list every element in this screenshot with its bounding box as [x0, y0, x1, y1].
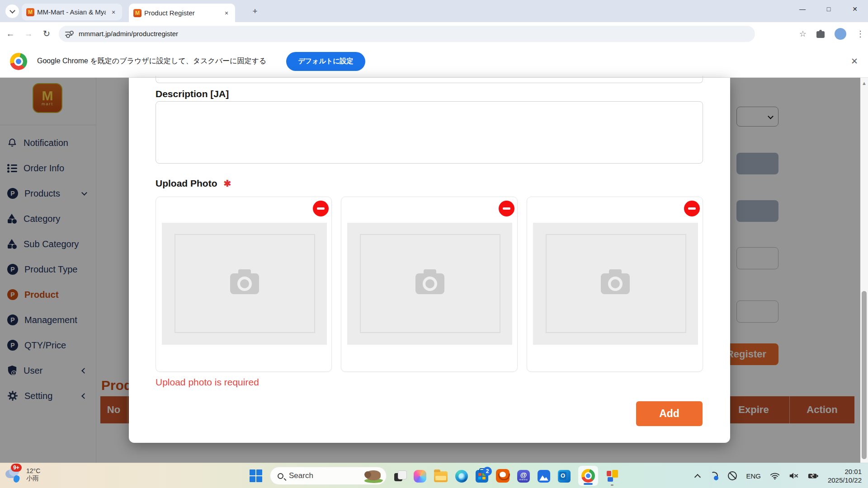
page-scrollbar[interactable]: ▲	[860, 78, 868, 463]
chevron-down-icon	[9, 8, 15, 14]
photo-upload-slot-3[interactable]	[527, 197, 703, 372]
site-settings-icon[interactable]	[65, 31, 73, 37]
description-ja-label: Description [JA]	[156, 89, 229, 99]
tab-title: Product Register	[144, 9, 219, 17]
taskbar-search-box[interactable]: Search	[270, 467, 387, 485]
clock-date: 2025/10/22	[828, 476, 862, 484]
photo-placeholder[interactable]	[347, 223, 512, 345]
photos-app-icon[interactable]	[538, 470, 550, 483]
remove-photo-icon[interactable]	[684, 201, 700, 216]
battery-icon[interactable]	[808, 472, 819, 480]
clock-time: 20:01	[828, 467, 862, 476]
at-symbol: @	[520, 472, 527, 478]
mm-mart-favicon: M	[26, 8, 34, 16]
menu-subtext: menu	[519, 478, 528, 481]
tab-search-button[interactable]	[5, 5, 19, 18]
page-content: M mart Notification Order Info P Product…	[0, 78, 868, 463]
new-tab-button[interactable]: +	[250, 6, 260, 17]
upload-required-error: Upload photo is required	[156, 377, 259, 388]
photo-placeholder[interactable]	[162, 223, 327, 345]
search-highlight-animal-image	[363, 468, 384, 484]
tab-product-register[interactable]: M Product Register ×	[129, 4, 235, 22]
back-button[interactable]: ←	[3, 26, 18, 42]
copilot-icon[interactable]	[414, 470, 426, 483]
profile-avatar[interactable]	[835, 28, 846, 40]
upload-photo-label: Upload Photo	[156, 178, 217, 189]
menu-app-icon[interactable]: @ menu	[517, 470, 530, 483]
search-placeholder: Search	[289, 471, 363, 480]
reload-button[interactable]: ↻	[39, 26, 54, 42]
file-explorer-icon[interactable]	[434, 471, 448, 482]
address-bar[interactable]: mmmart.jp/admin/productregister	[59, 26, 755, 42]
close-tab-icon[interactable]: ×	[222, 9, 231, 17]
tab-title: MM-Mart - Asian & Myanmar G	[37, 8, 106, 16]
scrollbar-thumb[interactable]	[862, 291, 867, 459]
edge-browser-icon[interactable]	[455, 470, 468, 483]
tab-mm-mart[interactable]: M MM-Mart - Asian & Myanmar G ×	[22, 4, 122, 20]
close-window-button[interactable]: ✕	[842, 0, 868, 18]
extensions-icon[interactable]	[816, 30, 825, 38]
remove-photo-icon[interactable]	[313, 201, 329, 216]
windows-taskbar: 9+ 12°C 小雨 Search 2 @ menu	[0, 463, 868, 488]
camera-icon	[230, 273, 259, 294]
tray-chevron-up-icon[interactable]	[694, 474, 701, 480]
do-not-disturb-off-icon[interactable]	[728, 471, 737, 480]
menu-dots-icon[interactable]: ⋮	[856, 29, 864, 39]
browser-tab-strip: M MM-Mart - Asian & Myanmar G × M Produc…	[0, 0, 868, 22]
description-ja-textarea[interactable]	[156, 101, 703, 164]
photo-upload-row	[156, 197, 703, 372]
outlook-icon[interactable]	[558, 470, 571, 483]
infobar-close-icon[interactable]: ✕	[851, 56, 858, 66]
chrome-logo-icon	[10, 53, 27, 70]
chrome-taskbar-icon-active[interactable]	[578, 466, 598, 486]
default-browser-infobar: Google Chrome を既定のブラウザに設定して、タスクバーに固定する デ…	[0, 45, 868, 78]
bookmark-star-icon[interactable]: ☆	[799, 29, 807, 39]
search-icon	[278, 473, 283, 479]
widgets-app-icon[interactable]	[606, 470, 618, 483]
product-register-modal: Description [JA] Upload Photo ✱ Upload p…	[129, 78, 730, 443]
camera-icon	[415, 273, 444, 294]
set-default-button[interactable]: デフォルトに設定	[286, 52, 365, 71]
chrome-logo-icon	[581, 469, 595, 483]
active-app-indicator	[584, 483, 593, 485]
url-text[interactable]: mmmart.jp/admin/productregister	[79, 30, 178, 38]
start-button[interactable]	[250, 469, 262, 482]
close-tab-icon[interactable]: ×	[109, 9, 118, 16]
wifi-icon[interactable]	[770, 472, 780, 480]
sync-update-icon[interactable]	[709, 471, 719, 481]
truncated-input-field[interactable]	[156, 76, 703, 83]
volume-muted-icon[interactable]	[789, 472, 799, 480]
photo-upload-slot-1[interactable]	[156, 197, 332, 372]
mm-mart-favicon: M	[133, 9, 142, 17]
store-badge: 2	[483, 467, 492, 476]
photo-upload-slot-2[interactable]	[341, 197, 517, 372]
taskbar-clock[interactable]: 20:01 2025/10/22	[828, 467, 862, 484]
add-button[interactable]: Add	[636, 401, 703, 426]
infobar-message: Google Chrome を既定のブラウザに設定して、タスクバーに固定する	[37, 56, 266, 66]
camera-icon	[601, 273, 630, 294]
required-asterisk-icon: ✱	[223, 178, 231, 189]
forward-button[interactable]: →	[21, 26, 36, 42]
upload-photo-label-row: Upload Photo ✱	[156, 178, 231, 189]
maximize-button[interactable]: □	[816, 0, 842, 18]
remove-photo-icon[interactable]	[499, 201, 514, 216]
scroll-up-arrow-icon[interactable]: ▲	[862, 80, 867, 86]
photo-placeholder[interactable]	[533, 223, 698, 345]
minimize-button[interactable]: —	[789, 0, 816, 18]
task-view-button[interactable]	[394, 470, 406, 482]
browser-toolbar: ← → ↻ mmmart.jp/admin/productregister	[0, 22, 868, 45]
support-app-icon[interactable]	[496, 469, 509, 483]
microsoft-store-icon[interactable]: 2	[476, 470, 488, 483]
language-indicator[interactable]: ENG	[746, 472, 761, 480]
system-tray: ENG 20:01 2025/10/22	[695, 463, 868, 488]
